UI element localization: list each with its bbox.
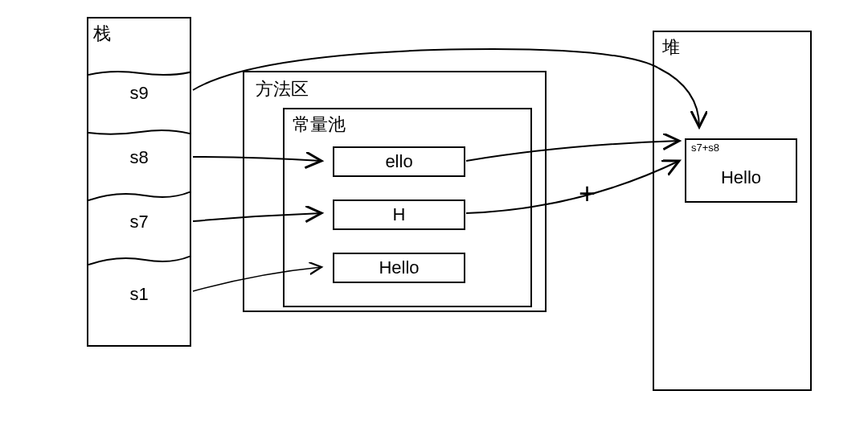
constant-pool: 常量池 ello H Hello — [283, 108, 532, 307]
heap-container: 堆 s7+s8 Hello — [653, 31, 812, 391]
stack-cell-s7: s7 — [88, 212, 190, 232]
pool-item-ello: ello — [333, 146, 465, 177]
method-area-title: 方法区 — [256, 77, 309, 101]
stack-cell-s1: s1 — [88, 284, 190, 305]
method-area: 方法区 常量池 ello H Hello — [243, 71, 547, 312]
heap-object-label: s7+s8 — [691, 142, 719, 154]
stack-divider-1 — [88, 65, 190, 81]
heap-object: s7+s8 Hello — [685, 138, 797, 203]
stack-cell-s9: s9 — [88, 83, 190, 104]
stack-divider-4 — [88, 250, 190, 271]
pool-item-hello: Hello — [333, 253, 465, 283]
stack-cell-s8: s8 — [88, 147, 190, 168]
heap-object-value: Hello — [686, 167, 796, 188]
stack-title: 栈 — [93, 22, 111, 46]
pool-item-h: H — [333, 199, 465, 230]
stack-divider-3 — [88, 184, 190, 207]
stack-divider-2 — [88, 125, 190, 141]
constant-pool-title: 常量池 — [293, 113, 346, 137]
heap-title: 堆 — [662, 35, 680, 60]
stack-container: 栈 s9 s8 s7 s1 — [87, 17, 191, 347]
plus-operator: + — [579, 177, 596, 211]
